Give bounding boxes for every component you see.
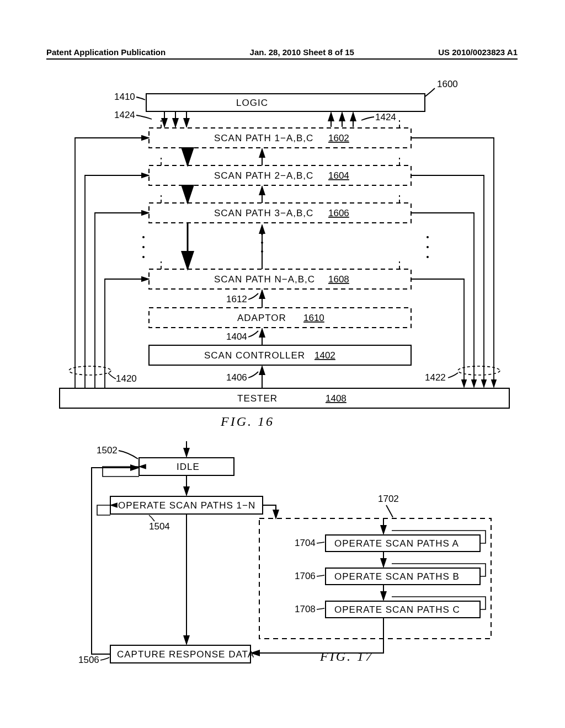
ref-1410: 1410 (114, 92, 135, 102)
figure-17: IDLE 1502 OPERATE SCAN PATHS 1−N 1504 17… (78, 441, 491, 665)
ref-1506: 1506 (78, 655, 99, 665)
fig16-title: FIG. 16 (220, 414, 274, 429)
ref-1504: 1504 (149, 521, 170, 532)
ref-1502: 1502 (97, 445, 118, 456)
ref-1404: 1404 (226, 331, 247, 342)
ref-1424b: 1424 (375, 112, 396, 122)
ref-1610: 1610 (303, 313, 324, 323)
label-scanpath-n: SCAN PATH N−A,B,C (214, 274, 315, 285)
ref-1406: 1406 (226, 372, 247, 383)
ref-1606: 1606 (328, 208, 349, 218)
label-operate-a: OPERATE SCAN PATHS A (334, 538, 459, 549)
label-idle: IDLE (177, 462, 200, 472)
ref-1402: 1402 (315, 350, 335, 361)
ref-1706: 1706 (295, 571, 316, 581)
figure-16: 1600 LOGIC 1410 1424 1424 SCAN PATH 1−A,… (60, 79, 509, 429)
svg-point-8 (142, 256, 145, 258)
label-capture: CAPTURE RESPONSE DATA (117, 649, 254, 660)
ref-1704: 1704 (295, 538, 316, 548)
svg-point-13 (427, 246, 429, 248)
box-tester (60, 388, 509, 408)
label-scanpath-3: SCAN PATH 3−A,B,C (214, 208, 313, 218)
label-tester: TESTER (237, 393, 278, 404)
ref-1408: 1408 (326, 393, 347, 404)
label-logic: LOGIC (236, 98, 268, 108)
svg-point-14 (427, 256, 429, 258)
ref-1708: 1708 (295, 604, 316, 614)
label-operate-b: OPERATE SCAN PATHS B (334, 571, 460, 582)
ref-1424a: 1424 (114, 110, 135, 120)
svg-point-7 (142, 246, 145, 248)
fig17-title: FIG. 17 (319, 649, 374, 663)
svg-point-6 (142, 236, 145, 238)
ref-1612: 1612 (226, 294, 247, 304)
label-scanpath-2: SCAN PATH 2−A,B,C (214, 170, 313, 181)
ref-1604: 1604 (328, 170, 349, 181)
ref-1600: 1600 (437, 79, 458, 89)
ref-1602: 1602 (328, 133, 349, 143)
svg-point-12 (427, 236, 429, 238)
ref-1702: 1702 (378, 494, 399, 504)
label-operate-1n: OPERATE SCAN PATHS 1−N (118, 500, 255, 511)
box-logic (146, 94, 425, 111)
ref-1422: 1422 (425, 372, 446, 383)
label-adaptor: ADAPTOR (237, 313, 286, 323)
label-scan-controller: SCAN CONTROLLER (204, 350, 305, 361)
ref-1608: 1608 (328, 274, 349, 285)
ref-1420: 1420 (116, 373, 137, 384)
label-operate-c: OPERATE SCAN PATHS C (334, 604, 460, 615)
label-scanpath-1: SCAN PATH 1−A,B,C (214, 133, 313, 143)
figure-canvas: 1600 LOGIC 1410 1424 1424 SCAN PATH 1−A,… (0, 0, 565, 728)
